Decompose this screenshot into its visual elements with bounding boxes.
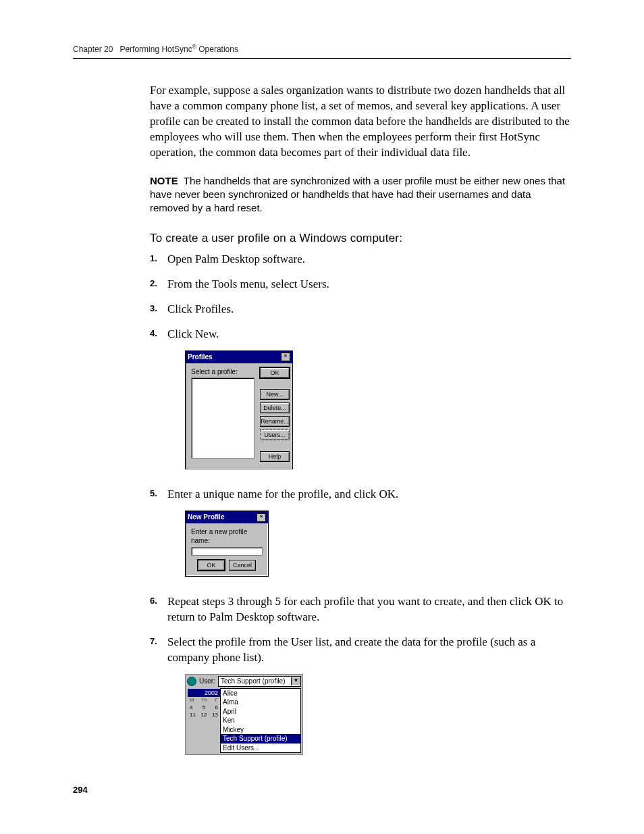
step-text: Select the profile from the User list, a… <box>167 635 535 664</box>
user-option-selected[interactable]: Tech Support (profile) <box>221 734 300 744</box>
chapter-title-prefix: Performing HotSync <box>119 45 192 54</box>
step-3: 3. Click Profiles. <box>150 302 571 317</box>
users-button[interactable]: Users... <box>260 429 290 440</box>
user-label: User: <box>199 677 215 686</box>
page-number: 294 <box>73 785 88 795</box>
chevron-down-icon[interactable]: ▼ <box>291 677 300 685</box>
chapter-title-suffix: Operations <box>196 45 238 54</box>
user-option[interactable]: April <box>221 707 300 716</box>
dialog-title: New Profile <box>188 513 224 522</box>
step-4: 4. Click New. Profiles × Select a profil… <box>150 327 571 469</box>
calendar-year: 2002 <box>188 689 220 697</box>
running-header: Chapter 20 Performing HotSync® Operation… <box>73 43 571 59</box>
user-option[interactable]: Alma <box>221 698 300 707</box>
help-button[interactable]: Help <box>260 451 290 462</box>
step-number: 3. <box>150 303 157 315</box>
note-block: NOTE The handhelds that are synchronized… <box>150 174 571 215</box>
note-label: NOTE <box>150 175 178 186</box>
user-selected-value: Tech Support (profile) <box>221 677 286 686</box>
app-logo-icon <box>187 677 196 686</box>
step-text: Enter a unique name for the profile, and… <box>167 488 398 500</box>
chapter-number: Chapter 20 <box>73 45 113 54</box>
figure-user-dropdown: User: Tech Support (profile) ▼ 2002 M <box>185 674 571 756</box>
section-heading: To create a user profile on a Windows co… <box>150 231 571 246</box>
enter-name-label: Enter a new profile name: <box>191 527 263 546</box>
profile-listbox[interactable] <box>191 377 254 459</box>
note-text: The handhelds that are synchronized with… <box>150 175 565 214</box>
rename-button[interactable]: Rename... <box>260 416 290 427</box>
user-option[interactable]: Alice <box>221 689 300 698</box>
ok-button[interactable]: OK <box>260 367 290 378</box>
step-text: Click Profiles. <box>167 303 234 315</box>
ok-button[interactable]: OK <box>198 560 225 571</box>
select-profile-label: Select a profile: <box>191 367 254 377</box>
profiles-dialog: Profiles × Select a profile: OK N <box>185 350 293 469</box>
step-number: 4. <box>150 328 157 340</box>
step-5: 5. Enter a unique name for the profile, … <box>150 487 571 577</box>
step-6: 6. Repeat steps 3 through 5 for each pro… <box>150 594 571 625</box>
intro-paragraph: For example, suppose a sales organizatio… <box>150 83 571 161</box>
calendar-strip: 2002 M Th F 4 5 <box>186 688 220 755</box>
figure-profiles-dialog: Profiles × Select a profile: OK N <box>185 350 571 469</box>
step-2: 2. From the Tools menu, select Users. <box>150 277 571 292</box>
step-number: 5. <box>150 488 157 500</box>
figure-new-profile-dialog: New Profile × Enter a new profile name: … <box>185 511 571 577</box>
step-text: Open Palm Desktop software. <box>167 253 305 265</box>
step-text: From the Tools menu, select Users. <box>167 278 329 290</box>
cancel-button[interactable]: Cancel <box>229 560 256 571</box>
profile-name-input[interactable] <box>191 547 263 556</box>
user-option-edit[interactable]: Edit Users... <box>221 744 300 753</box>
user-option[interactable]: Mickey <box>221 725 300 735</box>
dialog-titlebar: Profiles × <box>186 351 292 363</box>
new-profile-dialog: New Profile × Enter a new profile name: … <box>185 511 269 577</box>
user-combobox[interactable]: Tech Support (profile) ▼ <box>218 676 301 687</box>
step-1: 1. Open Palm Desktop software. <box>150 252 571 267</box>
step-text: Repeat steps 3 through 5 for each profil… <box>167 595 563 623</box>
dialog-titlebar: New Profile × <box>186 511 268 523</box>
step-number: 2. <box>150 278 157 290</box>
new-button[interactable]: New... <box>260 389 290 400</box>
step-text: Click New. <box>167 328 219 340</box>
dialog-title: Profiles <box>188 353 213 362</box>
user-options-list[interactable]: Alice Alma April Ken Mickey Tech Support… <box>220 688 301 754</box>
step-7: 7. Select the profile from the User list… <box>150 635 571 755</box>
step-number: 1. <box>150 253 157 265</box>
user-dropdown-panel: User: Tech Support (profile) ▼ 2002 M <box>185 674 303 756</box>
user-option[interactable]: Ken <box>221 716 300 725</box>
step-number: 6. <box>150 595 157 607</box>
delete-button[interactable]: Delete... <box>260 402 290 413</box>
step-number: 7. <box>150 635 157 648</box>
close-icon[interactable]: × <box>281 353 290 361</box>
close-icon[interactable]: × <box>257 513 266 522</box>
